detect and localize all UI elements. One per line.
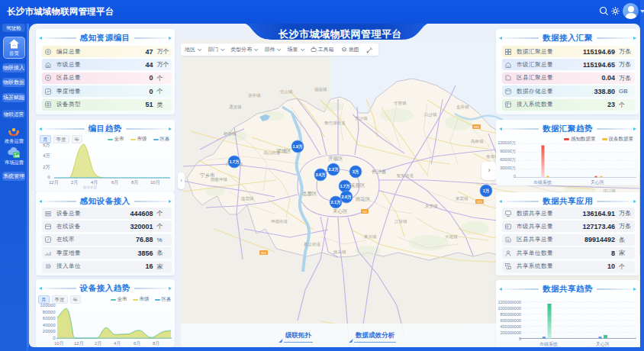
svg-text:永安镇: 永安镇 xyxy=(425,204,438,208)
svg-text:桥驿镇: 桥驿镇 xyxy=(223,131,237,137)
svg-text:2.2万: 2.2万 xyxy=(328,167,339,172)
svg-text:芙蓉区: 芙蓉区 xyxy=(349,182,365,188)
svg-text:㮾梨街道: 㮾梨街道 xyxy=(397,173,414,179)
svg-text:岳麓区: 岳麓区 xyxy=(302,191,317,197)
svg-text:北山镇: 北山镇 xyxy=(279,89,293,95)
svg-text:2.6万: 2.6万 xyxy=(341,195,352,200)
svg-text:白沙镇: 白沙镇 xyxy=(424,112,437,118)
svg-text:宁乡市: 宁乡市 xyxy=(200,172,215,179)
svg-text:大瑶镇: 大瑶镇 xyxy=(445,234,458,239)
svg-text:暮云街道: 暮云街道 xyxy=(304,242,321,247)
svg-text:雨敞坪镇: 雨敞坪镇 xyxy=(211,177,228,182)
svg-text:开福区: 开福区 xyxy=(328,156,343,162)
svg-text:坪塘街道: 坪塘街道 xyxy=(271,219,288,224)
svg-text:黄花镇: 黄花镇 xyxy=(456,196,469,201)
svg-text:望城区: 望城区 xyxy=(276,148,291,153)
svg-text:G4: G4 xyxy=(362,210,367,214)
svg-text:1.7万: 1.7万 xyxy=(340,184,350,189)
svg-text:高桥镇: 高桥镇 xyxy=(471,139,484,143)
svg-text:金井镇: 金井镇 xyxy=(456,105,469,109)
svg-text:安沙镇: 安沙镇 xyxy=(355,116,368,121)
svg-text:雨花区: 雨花区 xyxy=(356,196,371,202)
svg-text:江背镇: 江背镇 xyxy=(394,219,407,224)
svg-text:S19: S19 xyxy=(477,200,483,204)
svg-text:S50: S50 xyxy=(261,251,267,255)
svg-text:福临镇: 福临镇 xyxy=(314,87,327,92)
svg-text:3万: 3万 xyxy=(353,169,359,175)
svg-text:3.6万: 3.6万 xyxy=(315,172,326,178)
svg-text:茶亭镇: 茶亭镇 xyxy=(248,93,261,98)
svg-text:2.1万: 2.1万 xyxy=(330,200,341,205)
svg-text:青竹湖街道: 青竹湖街道 xyxy=(324,121,346,126)
svg-text:S31: S31 xyxy=(474,125,480,129)
svg-text:1.9万: 1.9万 xyxy=(292,144,303,150)
svg-text:1万: 1万 xyxy=(483,188,490,194)
svg-text:跳马镇: 跳马镇 xyxy=(333,250,346,255)
svg-text:黄兴镇: 黄兴镇 xyxy=(364,234,377,239)
svg-text:莲花镇: 莲花镇 xyxy=(241,196,254,201)
svg-text:天心区: 天心区 xyxy=(333,208,348,214)
svg-text:通溪镇: 通溪镇 xyxy=(229,104,242,110)
svg-text:长沙县: 长沙县 xyxy=(372,169,387,175)
svg-text:开慧镇: 开慧镇 xyxy=(394,101,407,105)
svg-text:1.7万: 1.7万 xyxy=(229,159,240,165)
